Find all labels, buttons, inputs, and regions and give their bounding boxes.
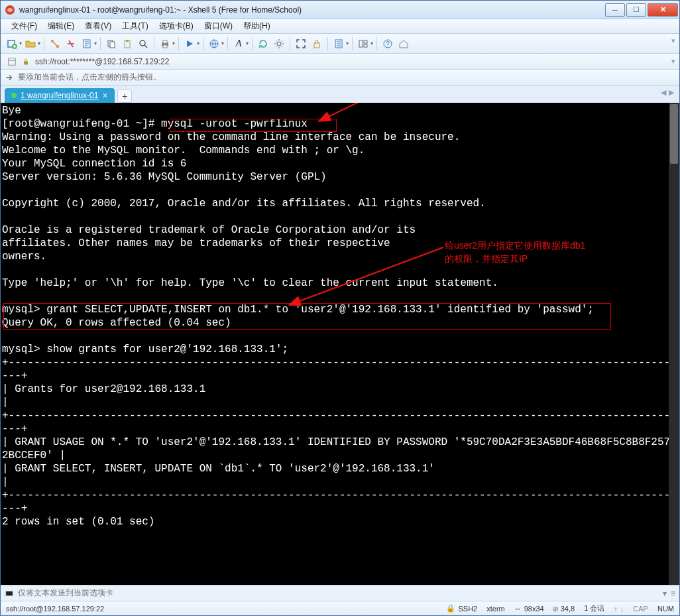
reconnect-icon[interactable]	[48, 36, 62, 51]
terminal-line	[2, 263, 679, 277]
menu-window[interactable]: 窗口(W)	[199, 19, 238, 33]
status-sessions: 1 会话	[584, 603, 604, 613]
session-tab[interactable]: 1 wangruifenglinux-01 ✕	[5, 88, 115, 103]
tab-close-icon[interactable]: ✕	[102, 92, 108, 100]
menu-file[interactable]: 文件(F)	[6, 19, 42, 33]
status-size: 98x34	[524, 605, 544, 613]
down-arrow-icon[interactable]: ↓	[620, 605, 624, 613]
home-icon[interactable]	[396, 36, 411, 51]
paste-icon[interactable]	[120, 36, 135, 51]
terminal-line: owners.	[2, 250, 679, 263]
toolbar: ▾ ▾ ▾ ▾ ▾ ▾ A▾ ▾ ▾ ? ▾	[1, 34, 679, 54]
terminal-line: [root@wangruifeng-01 ~]# mysql -uroot -p…	[2, 117, 679, 131]
terminal-line: Server version: 5.6.36 MySQL Community S…	[2, 170, 679, 184]
status-ssh: SSH2	[458, 605, 477, 613]
address-field[interactable]: ssh://root:********@192.168.57.129:22	[32, 57, 669, 66]
properties-icon[interactable]	[80, 36, 94, 51]
copy-icon[interactable]	[104, 36, 119, 51]
help-icon[interactable]: ?	[380, 36, 395, 51]
svg-rect-18	[364, 44, 367, 47]
tab-next-icon[interactable]: ▶	[669, 88, 674, 97]
tab-label: 1 wangruifenglinux-01	[21, 91, 98, 100]
status-cap: CAP	[633, 605, 648, 613]
refresh-icon[interactable]	[256, 36, 270, 51]
terminal-line: Warning: Using a password on the command…	[2, 131, 679, 144]
tab-prev-icon[interactable]: ◀	[661, 88, 666, 97]
svg-point-13	[277, 42, 281, 46]
svg-point-8	[140, 40, 145, 46]
svg-rect-11	[163, 45, 167, 48]
title-bar[interactable]: wangruifenglinux-01 - root@wangruifeng-0…	[1, 1, 679, 19]
maximize-button[interactable]: ☐	[626, 3, 646, 17]
font-icon[interactable]: A	[231, 36, 246, 51]
terminal-line: Welcome to the MySQL monitor. Commands e…	[2, 144, 679, 157]
svg-rect-10	[163, 40, 167, 43]
new-session-icon[interactable]	[5, 36, 19, 51]
terminal-line: Bye	[2, 104, 679, 117]
svg-rect-14	[314, 43, 319, 48]
svg-rect-22	[24, 61, 28, 64]
svg-rect-16	[359, 40, 363, 47]
menu-help[interactable]: 帮助(H)	[238, 19, 276, 33]
status-term: xterm	[486, 605, 505, 613]
sessions-toggle-icon[interactable]	[5, 54, 19, 69]
lock-icon[interactable]	[310, 36, 324, 51]
print-icon[interactable]	[158, 36, 172, 51]
svg-rect-26	[7, 591, 13, 595]
fullscreen-icon[interactable]	[294, 36, 308, 51]
app-icon	[5, 5, 15, 15]
toolbar-overflow-icon[interactable]: ▾	[671, 36, 675, 45]
input-bar: 仅将文本发送到当前选项卡 ▾ ≡	[1, 585, 679, 601]
globe-icon[interactable]	[207, 36, 221, 51]
lock-small-icon	[22, 58, 30, 66]
size-icon: ↔	[514, 605, 522, 613]
menu-view[interactable]: 查看(V)	[80, 19, 117, 33]
terminal-line: mysql> grant SELECT,UPDATE,INSERT on db1…	[2, 303, 679, 316]
address-overflow-icon[interactable]: ▾	[671, 57, 675, 66]
status-bar: ssh://root@192.168.57.129:22 🔒SSH2 xterm…	[1, 601, 679, 615]
terminal-scrollbar[interactable]	[669, 103, 679, 585]
terminal-line: +---------------------------------------…	[2, 409, 679, 436]
terminal-line: mysql> show grants for user2@'192.168.13…	[2, 343, 679, 356]
run-icon[interactable]	[182, 36, 197, 51]
minimize-button[interactable]: ─	[605, 3, 625, 17]
new-tab-button[interactable]: +	[117, 90, 132, 103]
up-arrow-icon[interactable]: ↑	[614, 605, 618, 613]
terminal-line: Oracle is a registered trademark of Orac…	[2, 223, 679, 237]
input-mode-icon[interactable]	[5, 589, 14, 598]
svg-rect-7	[126, 40, 129, 42]
close-button[interactable]: ✕	[648, 3, 678, 17]
address-bar: ssh://root:********@192.168.57.129:22 ▾	[1, 54, 679, 70]
log-icon[interactable]	[331, 36, 346, 51]
scroll-thumb[interactable]	[670, 104, 678, 164]
status-connection: ssh://root@192.168.57.129:22	[6, 605, 437, 613]
terminal-line	[2, 290, 679, 303]
disconnect-icon[interactable]	[64, 36, 78, 51]
hint-bar: 要添加当前会话，点击左侧的箭头按钮。	[1, 70, 679, 86]
terminal-line: Query OK, 0 rows affected (0.04 sec)	[2, 316, 679, 330]
terminal-line: affiliates. Other names may be trademark…	[2, 237, 679, 250]
terminal-line: Type 'help;' or '\h' for help. Type '\c'…	[2, 277, 679, 290]
layout-icon[interactable]	[356, 36, 370, 51]
open-icon[interactable]	[23, 36, 38, 51]
lock-status-icon: 🔒	[446, 604, 455, 613]
terminal-line: | GRANT USAGE ON *.* TO 'user2'@'192.168…	[2, 436, 679, 462]
menu-tools[interactable]: 工具(T)	[117, 19, 153, 33]
menu-edit[interactable]: 编辑(E)	[42, 19, 80, 33]
find-icon[interactable]	[136, 36, 150, 51]
input-dropdown-icon[interactable]: ▾	[663, 589, 667, 598]
svg-rect-21	[9, 58, 16, 65]
terminal[interactable]: Bye[root@wangruifeng-01 ~]# mysql -uroot…	[1, 103, 679, 585]
hint-arrow-icon[interactable]	[5, 73, 14, 82]
tab-status-icon	[11, 93, 17, 98]
menu-tab[interactable]: 选项卡(B)	[154, 19, 199, 33]
input-menu-icon[interactable]: ≡	[671, 589, 675, 598]
gear-icon[interactable]	[272, 36, 286, 51]
terminal-line: | Grants for user2@192.168.133.1 |	[2, 383, 679, 409]
terminal-line	[2, 184, 679, 197]
terminal-line: +---------------------------------------…	[2, 489, 679, 515]
input-placeholder[interactable]: 仅将文本发送到当前选项卡	[18, 587, 659, 599]
svg-rect-17	[364, 40, 367, 43]
menu-bar: 文件(F) 编辑(E) 查看(V) 工具(T) 选项卡(B) 窗口(W) 帮助(…	[1, 19, 679, 34]
terminal-line: Copyright (c) 2000, 2017, Oracle and/or …	[2, 197, 679, 210]
